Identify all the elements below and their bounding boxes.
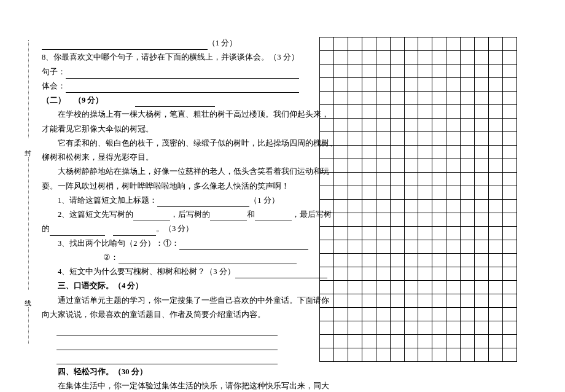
- composition-grid-right[interactable]: [319, 37, 517, 362]
- sec3-blank2[interactable]: [42, 337, 301, 350]
- q2-2-line1: 2、这篇短文先写树的，后写树的和，最后写树: [42, 208, 301, 221]
- fold-dots-mid: [28, 157, 29, 290]
- q2-2-line2: 的 。（3 分）: [42, 222, 301, 235]
- passage-p1a: 在学校的操场上有一棵大杨树，笔直、粗壮的树干高过楼顶。我们仰起头来，: [42, 108, 301, 121]
- sec3-blank3[interactable]: [42, 351, 301, 364]
- q8-feel: 体会：: [42, 80, 301, 93]
- passage-p2a: 它有柔和的、银白色的枝干，茂密的、绿缎子似的树叶，比起操场四周的槐树、: [42, 137, 301, 150]
- q2-1: 1、请给这篇短文加上标题：（1 分）: [42, 194, 301, 207]
- section-3-heading: 三、口语交际。（4 分）: [42, 280, 301, 292]
- passage-p2b: 柳树和松树来，显得光彩夺目。: [42, 151, 301, 164]
- section-4-heading: 四、轻松习作。（30 分）: [42, 366, 301, 378]
- sec3-line1: 通过童话单元主题的学习，你一定搜集了一些自己喜欢的中外童话。下面请你: [42, 294, 301, 307]
- sec3-blank1[interactable]: [42, 323, 301, 335]
- passage-p3b: 耍。一阵风吹过树梢，树叶哗哗啦啦地响，多么像老人快活的笑声啊！: [42, 180, 301, 193]
- section-2-heading: （二） （9 分）: [42, 94, 301, 107]
- fold-dots-lower: [28, 307, 29, 344]
- q8-sentence: 句子：: [42, 66, 301, 79]
- top-blank-score: （1 分）: [42, 37, 301, 50]
- passage-p3a: 大杨树静静地站在操场上，好像一位慈祥的老人，低头含笑看着我们运动和玩: [42, 165, 301, 178]
- passage-p1b: 才能看见它那像大伞似的树冠。: [42, 123, 301, 136]
- q2-4: 4、短文中为什么要写槐树、柳树和松树？（3 分）: [42, 265, 301, 278]
- sec3-line2: 向大家说说，你最喜欢的童话题目、作者及简要介绍童话内容。: [42, 308, 301, 321]
- sec4-line1: 在集体生活中，你一定体验过集体生活的快乐，请你把这种快乐写出来，同大: [42, 380, 301, 392]
- fold-dots-upper: [28, 40, 29, 138]
- q2-3-line1: 3、找出两个比喻句（2 分）：①：: [42, 237, 301, 250]
- q2-3-line2: ②：: [42, 251, 301, 264]
- q8-text: 8、你最喜欢文中哪个句子，请抄在下面的横线上，并谈谈体会。（3 分）: [42, 51, 301, 64]
